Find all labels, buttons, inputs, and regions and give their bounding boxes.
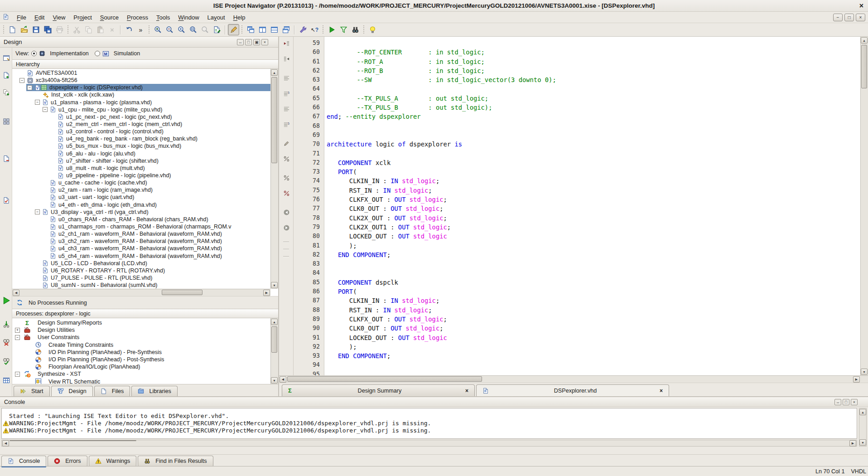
paste-button[interactable] — [95, 24, 106, 35]
toolbar-overflow-button[interactable]: » — [135, 24, 146, 35]
tree-item[interactable]: −Vu1_cpu - mlite_cpu - logic (mlite_cpu.… — [12, 106, 270, 113]
tree-item[interactable]: Vu5_ch4_ram - waveform_RAM - Behavioral … — [12, 253, 270, 260]
console-output[interactable]: Started : "Launching ISE Text Editor to … — [1, 408, 857, 439]
tree-item[interactable]: Vu9_pipeline - pipeline - logic (pipelin… — [12, 172, 270, 179]
tree-item[interactable]: Inst_xclk - xclk (xclk.xaw) — [12, 91, 270, 98]
toolbar-grip[interactable] — [241, 25, 243, 34]
design-panel-control-0[interactable]: ↔ — [237, 39, 244, 45]
tree-item[interactable]: Vu3_ch2_ram - waveform_RAM - Behavioral … — [12, 238, 270, 245]
window-close-icon[interactable]: × — [859, 0, 863, 12]
print-button[interactable] — [54, 24, 65, 35]
mdi-minimize-icon[interactable]: − — [833, 14, 843, 21]
process-item[interactable]: −User Constraints — [12, 334, 270, 341]
menu-layout[interactable]: Layout — [203, 13, 229, 22]
console-vertical-scrollbar[interactable]: ▲ ▼ — [859, 408, 867, 447]
copy-button[interactable] — [83, 24, 94, 35]
editor-tab-dspexplorer-vhd[interactable]: DSPexplorer.vhd× — [476, 384, 669, 396]
comment-block-icon[interactable] — [282, 174, 291, 182]
nav-back-icon[interactable] — [282, 208, 291, 217]
tree-item[interactable]: Vu4_eth - eth_dma - logic (eth_dma.vhd) — [12, 201, 270, 209]
hierarchy-horizontal-scrollbar[interactable]: ◀ ▶ — [12, 289, 270, 296]
design-properties-icon[interactable] — [2, 196, 10, 204]
tree-item[interactable]: Vu6_alu - alu - logic (alu.vhd) — [12, 150, 270, 157]
tab-errors[interactable]: Errors — [48, 456, 87, 466]
design-panel-control-2[interactable]: ▣ — [253, 39, 260, 45]
run-icon[interactable] — [2, 296, 10, 305]
shift-right-icon[interactable] — [282, 55, 291, 63]
mdi-restore-icon[interactable]: □ — [844, 14, 854, 21]
menu-file[interactable]: File — [13, 13, 30, 22]
menu-project[interactable]: Project — [69, 13, 96, 22]
rerun-icon[interactable] — [2, 320, 10, 328]
zoom-in-button[interactable] — [152, 24, 164, 35]
tree-item[interactable]: Vu8_mult - mult - logic (mult.vhd) — [12, 165, 270, 172]
tree-item[interactable]: Vu1_pc_next - pc_next - logic (pc_next.v… — [12, 113, 270, 121]
tree-item[interactable]: −xc3s400a-5ft256 — [12, 77, 270, 84]
uncomment-icon[interactable] — [282, 189, 291, 198]
process-expander-icon[interactable]: − — [15, 335, 20, 340]
add-source-icon[interactable] — [2, 71, 10, 79]
remove-source-icon[interactable] — [2, 154, 10, 163]
tree-item[interactable]: −Vu1_plasma - plasma - logic (plasma.vhd… — [12, 99, 270, 106]
undo-button[interactable] — [123, 24, 135, 35]
comment-toggle-icon[interactable] — [282, 155, 291, 163]
process-item[interactable]: Create Timing Constraints — [12, 341, 270, 349]
menu-source[interactable]: Source — [96, 13, 123, 22]
editor-tab-design-summary[interactable]: ΣDesign Summary× — [282, 384, 475, 396]
select-tool-button[interactable] — [228, 24, 239, 35]
console-panel-control-2[interactable]: × — [851, 399, 858, 405]
process-item[interactable]: View RTL Schematic — [12, 378, 270, 384]
process-item[interactable]: Floorplan Area/IO/Logic (PlanAhead) — [12, 363, 270, 370]
tree-item[interactable]: Vu2_ram - ram - logic (ram_image.vhd) — [12, 186, 270, 194]
menu-window[interactable]: Window — [174, 13, 203, 22]
rerun-all-icon[interactable] — [2, 357, 10, 365]
tree-expander-icon[interactable]: − — [27, 85, 32, 90]
run-process-button[interactable] — [326, 24, 338, 35]
tree-item[interactable]: Vu2_mem_ctrl - mem_ctrl - logic (mem_ctr… — [12, 121, 270, 128]
save-button[interactable] — [30, 24, 42, 35]
language-templates-button[interactable] — [297, 24, 309, 35]
zoom-selection-button[interactable] — [199, 24, 211, 35]
process-item[interactable]: I/O Pin Planning (PlanAhead) - Post-Synt… — [12, 356, 270, 363]
hierarchy-vertical-scrollbar[interactable]: ▲ ▼ — [270, 69, 278, 289]
nav-forward-icon[interactable] — [282, 223, 291, 232]
goto-line-icon[interactable]: 5 — [282, 89, 291, 98]
tip-of-the-day-button[interactable] — [367, 24, 378, 35]
process-item[interactable]: +Design Utilities — [12, 326, 270, 334]
menu-process[interactable]: Process — [123, 13, 152, 22]
whats-this-help-button[interactable]: ↖? — [309, 24, 320, 35]
tab-find-in-files-results[interactable]: Find in Files Results — [138, 456, 213, 466]
new-file-button[interactable] — [7, 24, 18, 35]
tree-item[interactable]: Vu5_bus_mux - bus_mux - logic (bus_mux.v… — [12, 142, 270, 150]
menu-tools[interactable]: Tools — [152, 13, 174, 22]
tree-item[interactable]: VU6_ROTARY - ROTARY - RTL (ROTARY.vhd) — [12, 267, 270, 274]
filter-button[interactable] — [338, 24, 349, 35]
process-expander-icon[interactable]: + — [15, 328, 20, 333]
console-horizontal-scrollbar[interactable]: ◀ ▶ — [1, 440, 857, 447]
simulation-radio[interactable] — [95, 51, 100, 56]
tree-item[interactable]: Vu7_shifter - shifter - logic (shifter.v… — [12, 157, 270, 165]
tree-item[interactable]: Vu4_reg_bank - reg_bank - ram_block (reg… — [12, 135, 270, 142]
code-editor[interactable]: 5960616263646566676869707172737475767778… — [294, 37, 860, 375]
tree-item[interactable]: VU5_LCD - LCD - Behavioral (LCD.vhd) — [12, 260, 270, 267]
zoom-region-button[interactable] — [188, 24, 199, 35]
edit-mark-icon[interactable] — [282, 139, 291, 148]
process-item[interactable]: −?Synthesize - XST — [12, 370, 270, 378]
manage-partitions-icon[interactable] — [2, 117, 10, 126]
tree-item[interactable]: −VU3_display - vga_ctrl - rtl (vga_ctrl.… — [12, 209, 270, 216]
fold-lines-icon[interactable] — [282, 74, 291, 83]
cut-button[interactable] — [71, 24, 82, 35]
menu-help[interactable]: Help — [229, 13, 250, 22]
toolbar-grip[interactable] — [148, 25, 150, 34]
find-in-files-button[interactable] — [350, 24, 361, 35]
tile-vertically-button[interactable] — [269, 24, 280, 35]
tree-item[interactable]: Vu0_chars_RAM - chars_RAM - Behavioral (… — [12, 216, 270, 223]
menu-edit[interactable]: Edit — [30, 13, 48, 22]
process-item[interactable]: ΣDesign Summary/Reports — [12, 319, 270, 326]
process-report-icon[interactable] — [2, 376, 10, 384]
shift-left-icon[interactable] — [282, 39, 291, 48]
toolbar-grip[interactable] — [322, 25, 324, 34]
open-source-editor-button[interactable] — [211, 24, 222, 35]
mdi-close-icon[interactable]: × — [856, 14, 865, 21]
tree-item[interactable]: Vu2_ch1_ram - waveform_RAM - Behavioral … — [12, 230, 270, 238]
